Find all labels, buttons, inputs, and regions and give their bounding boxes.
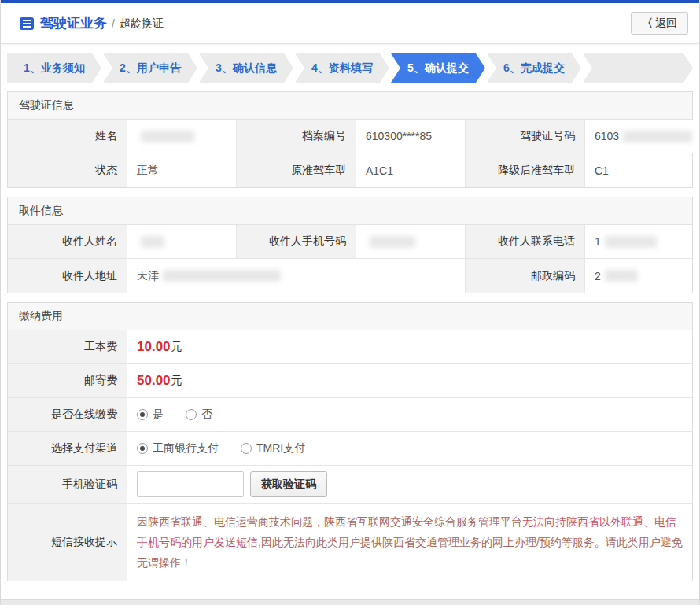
- step-6[interactable]: 6、完成提交: [487, 53, 581, 83]
- step-navigation: 1、业务须知 2、用户申告 3、确认信息 4、资料填写 5、确认提交 6、完成提…: [7, 53, 693, 83]
- step-3[interactable]: 3、确认信息: [199, 53, 293, 83]
- status-label: 状态: [8, 153, 127, 187]
- recipient-phone-label: 收件人联系电话: [466, 225, 585, 259]
- work-fee-value: 10.00 元: [127, 330, 692, 364]
- get-sms-code-button[interactable]: 获取验证码: [250, 471, 327, 497]
- online-pay-label: 是否在线缴费: [8, 398, 127, 432]
- page-header: 驾驶证业务 / 超龄换证 〈 返回: [1, 3, 699, 44]
- bottom-strip: [1, 599, 699, 605]
- name-value: [127, 120, 237, 153]
- postal-code-value: 2: [585, 259, 692, 293]
- mail-fee-unit: 元: [171, 374, 182, 388]
- recipient-addr-value: 天津: [127, 259, 466, 293]
- pay-channel-tmri-label: TMRI支付: [256, 441, 305, 456]
- online-pay-yes-label: 是: [153, 408, 164, 422]
- recipient-mobile-value: [356, 225, 466, 259]
- pay-channel-tmri-option[interactable]: TMRI支付: [241, 441, 305, 456]
- online-pay-yes-option[interactable]: 是: [137, 408, 164, 422]
- back-button-label: 返回: [655, 17, 677, 31]
- mail-fee-value: 50.00 元: [127, 364, 692, 398]
- redacted-name: [141, 131, 194, 142]
- step-1[interactable]: 1、业务须知: [7, 53, 101, 83]
- online-pay-no-option[interactable]: 否: [186, 408, 212, 422]
- online-pay-options: 是 否: [127, 398, 692, 432]
- recipient-mobile-label: 收件人手机号码: [237, 225, 356, 259]
- redacted-recipient-mobile: [370, 236, 415, 248]
- sms-notice-text: 因陕西省联通、电信运营商技术问题，陕西省互联网交通安全综合服务管理平台无法向持陕…: [127, 504, 692, 581]
- breadcrumb-current: 超龄换证: [120, 17, 164, 31]
- radio-unchecked-icon[interactable]: [241, 443, 252, 454]
- work-fee-label: 工本费: [8, 330, 127, 364]
- online-pay-no-label: 否: [201, 408, 212, 422]
- step-2[interactable]: 2、用户申告: [103, 53, 197, 83]
- pay-channel-options: 工商银行支付 TMRI支付: [127, 432, 692, 466]
- recipient-name-label: 收件人姓名: [8, 225, 127, 259]
- payment-section: 缴纳费用 工本费 10.00 元 邮寄费 50.00 元 是否在线缴费 是 否: [7, 302, 693, 581]
- radio-checked-icon[interactable]: [137, 443, 148, 454]
- redacted-recipient-name: [141, 236, 164, 248]
- recipient-name-value: [127, 225, 237, 259]
- list-icon: [20, 17, 34, 30]
- sms-code-input[interactable]: [137, 471, 244, 497]
- sms-notice-label: 短信接收提示: [8, 504, 127, 581]
- redacted-postal-code: [605, 270, 638, 282]
- pickup-section-title: 取件信息: [8, 197, 692, 225]
- step-bar-tail: [583, 53, 693, 83]
- pickup-info-section: 取件信息 收件人姓名 收件人手机号码 收件人联系电话 1 收件人地址 天津 邮政…: [7, 197, 693, 293]
- name-label: 姓名: [8, 120, 127, 153]
- redacted-recipient-addr: [163, 270, 281, 282]
- redacted-license-no: [623, 131, 692, 142]
- radio-checked-icon[interactable]: [137, 409, 148, 420]
- recipient-phone-value: 1: [585, 225, 692, 259]
- license-section-title: 驾驶证信息: [8, 92, 692, 120]
- payment-section-title: 缴纳费用: [8, 303, 692, 330]
- mail-fee-amount: 50.00: [137, 373, 171, 389]
- postal-code-label: 邮政编码: [466, 259, 585, 293]
- orig-class-value: A1C1: [356, 153, 466, 187]
- work-fee-unit: 元: [171, 340, 182, 354]
- sms-code-label: 手机验证码: [8, 466, 127, 504]
- back-button[interactable]: 〈 返回: [631, 12, 688, 35]
- redacted-recipient-phone: [605, 236, 657, 248]
- mail-fee-label: 邮寄费: [8, 364, 127, 398]
- radio-unchecked-icon[interactable]: [186, 409, 197, 420]
- license-no-value: 6103: [585, 120, 700, 153]
- work-fee-amount: 10.00: [137, 339, 171, 355]
- pay-channel-icbc-option[interactable]: 工商银行支付: [137, 441, 219, 456]
- breadcrumb-separator: /: [112, 17, 115, 30]
- recipient-addr-label: 收件人地址: [8, 259, 127, 293]
- file-no-label: 档案编号: [237, 120, 356, 153]
- license-info-section: 驾驶证信息 姓名 档案编号 610300****85 驾驶证号码 6103 状态…: [7, 91, 693, 188]
- page-title: 驾驶证业务: [40, 14, 107, 32]
- sms-code-field: 获取验证码: [127, 466, 692, 504]
- step-4[interactable]: 4、资料填写: [295, 53, 389, 83]
- sms-notice-part1: 因陕西省联通、电信运营商技术问题，陕西省互联网交通安全综合服务管理平台: [137, 515, 522, 528]
- status-value: 正常: [127, 153, 237, 187]
- downgrade-class-value: C1: [585, 153, 692, 187]
- pay-channel-label: 选择支付渠道: [8, 432, 127, 466]
- downgrade-class-label: 降级后准驾车型: [466, 153, 585, 187]
- license-no-label: 驾驶证号码: [466, 120, 585, 153]
- chevron-left-icon: 〈: [642, 17, 653, 31]
- pay-channel-icbc-label: 工商银行支付: [153, 441, 219, 456]
- orig-class-label: 原准驾车型: [237, 153, 356, 187]
- step-5-active[interactable]: 5、确认提交: [391, 53, 485, 83]
- file-no-value: 610300****85: [356, 120, 466, 153]
